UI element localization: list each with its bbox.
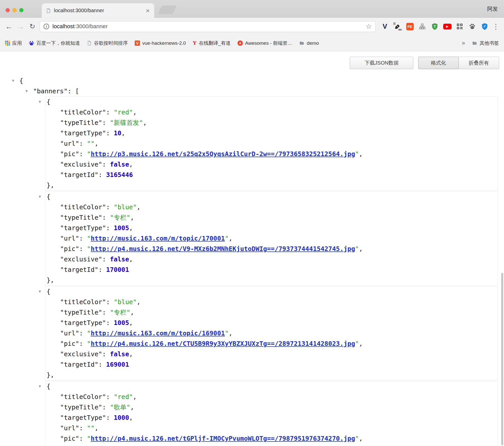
json-line: ▼{ — [0, 76, 504, 86]
json-token: 3165446 — [106, 171, 133, 179]
scrollbar-thumb[interactable] — [501, 273, 503, 445]
collapse-triangle-icon[interactable]: ▼ — [25, 86, 28, 96]
qrcode-extension-icon[interactable] — [455, 22, 464, 31]
tab-close-icon[interactable]: × — [145, 7, 150, 14]
json-url-link[interactable]: http://music.163.com/m/topic/169001 — [91, 330, 225, 337]
json-token: { — [47, 288, 50, 295]
json-line: "exclusive": false, — [45, 349, 498, 359]
bookmark-awesomes[interactable]: A Awesomes - 前端资… — [237, 40, 292, 47]
bookmark-vue-hackernews[interactable]: V vue-hackernews-2.0 — [135, 40, 186, 46]
security-extension-icon[interactable]: ✓ — [480, 22, 489, 31]
json-token: " — [355, 150, 359, 158]
bookmark-star-icon[interactable]: ☆ — [366, 23, 372, 30]
json-token: : — [79, 140, 87, 147]
trafficlight-extension-icon[interactable]: T — [430, 22, 439, 31]
json-token: " — [355, 245, 359, 252]
window-controls — [6, 8, 23, 12]
close-window-button[interactable] — [6, 8, 10, 12]
json-token: "targetType" — [60, 129, 106, 137]
address-bar[interactable]: i localhost:3000/banner ☆ — [40, 21, 376, 32]
json-line: "targetType": 1005, — [45, 223, 498, 233]
collapse-triangle-icon[interactable]: ▼ — [12, 76, 14, 86]
browser-menu-icon[interactable]: ⋮ — [491, 22, 501, 31]
browser-tab[interactable]: localhost:3000/banner × — [42, 3, 154, 18]
json-token: , — [137, 298, 141, 306]
json-line: "url": "http://music.163.com/m/topic/169… — [45, 328, 498, 338]
json-tree: ▼{▼"banners": [▼{"titleColor": "red","ty… — [0, 52, 504, 446]
json-line: "targetType": 10, — [45, 128, 498, 138]
paw-extension-icon[interactable] — [468, 22, 477, 31]
json-token: : — [106, 109, 114, 116]
new-tab-button[interactable] — [158, 6, 177, 14]
json-object-box: ▼{"titleColor": "blue","typeTitle": "专栏"… — [45, 286, 498, 380]
fe-extension-icon[interactable]: FE — [405, 22, 414, 31]
json-url-link[interactable]: http://p3.music.126.net/s25q2x5QyqsAzilC… — [91, 150, 355, 158]
json-line: "exclusive": false — [45, 444, 498, 446]
json-token: 169001 — [106, 361, 129, 368]
collapse-triangle-icon[interactable]: ▼ — [39, 286, 41, 297]
json-token: }, — [47, 371, 54, 379]
zoom-window-button[interactable] — [19, 8, 23, 12]
json-line: "typeTitle": "歌单", — [45, 402, 498, 412]
json-url-link[interactable]: http://p4.music.126.net/V9-MXz6b2MNhEKju… — [91, 245, 355, 252]
awesomes-a-icon: A — [237, 40, 243, 46]
json-token: , — [129, 224, 133, 232]
json-token: "targetType" — [60, 319, 106, 326]
json-token: "blue" — [114, 298, 137, 306]
json-token: : — [102, 404, 110, 411]
url-text[interactable]: localhost:3000/banner — [52, 23, 366, 30]
collapse-triangle-icon[interactable]: ▼ — [39, 191, 41, 202]
json-token: : — [79, 424, 87, 432]
translate-extension-icon[interactable]: 英 en — [393, 22, 402, 31]
json-token: , — [229, 330, 232, 337]
bookmarks-overflow-icon[interactable]: » — [462, 40, 465, 47]
youtube-extension-icon[interactable]: ▶ — [443, 22, 452, 31]
json-token: "red" — [114, 109, 133, 116]
bookmark-baidu[interactable]: 百度一下，你就知道 — [29, 40, 80, 47]
json-token: : — [102, 214, 110, 221]
back-button[interactable]: ← — [3, 23, 15, 30]
json-token: "targetType" — [60, 414, 106, 421]
bookmark-google-sort[interactable]: 谷歌按时间排序 — [87, 40, 128, 47]
json-token: "pic" — [60, 340, 79, 347]
page-info-icon[interactable]: i — [44, 24, 49, 29]
json-url-link[interactable]: http://p4.music.126.net/tGPljf-IMOCyPvum… — [91, 435, 355, 442]
json-token: 1005 — [114, 319, 129, 326]
json-line: ▼{ — [45, 191, 498, 202]
json-token: : — [79, 235, 87, 242]
json-token: 1005 — [114, 224, 129, 232]
json-token: " — [87, 150, 91, 158]
json-token: 170001 — [106, 266, 129, 273]
json-token: "url" — [60, 330, 79, 337]
json-token: { — [47, 193, 50, 200]
json-token: , — [129, 319, 133, 326]
profile-name[interactable]: 阿发 — [487, 5, 498, 12]
minimize-window-button[interactable] — [12, 8, 17, 12]
bookmark-apps[interactable]: 应用 — [5, 40, 22, 47]
json-url-link[interactable]: http://p4.music.126.net/CTU5B9R9y3XyYBZX… — [91, 340, 355, 347]
json-line: "typeTitle": "新碟首发", — [45, 117, 498, 128]
json-token: , — [129, 256, 133, 263]
check-icon: ✓ — [480, 22, 489, 31]
page-icon — [87, 41, 92, 46]
json-token: "titleColor" — [60, 393, 106, 400]
reload-button[interactable]: ↻ — [26, 23, 38, 30]
tab-title: localhost:3000/banner — [54, 8, 145, 13]
format-button[interactable]: 格式化 — [418, 57, 459, 69]
bookmark-youdao[interactable]: Y 在线翻译_有道 — [193, 40, 231, 47]
forward-button[interactable]: → — [15, 23, 26, 30]
json-token: " — [87, 435, 91, 442]
json-token: , — [359, 435, 363, 442]
json-line: "exclusive": false, — [45, 159, 498, 170]
other-bookmarks[interactable]: 其他书签 — [472, 40, 499, 47]
collapse-all-button[interactable]: 折叠所有 — [459, 57, 499, 69]
sitemap-extension-icon[interactable] — [418, 22, 427, 31]
json-line: "titleColor": "red", — [45, 107, 498, 117]
collapse-triangle-icon[interactable]: ▼ — [39, 97, 41, 107]
json-url-link[interactable]: http://music.163.com/m/topic/170001 — [91, 235, 225, 242]
bookmark-demo-folder[interactable]: demo — [299, 40, 319, 46]
page-content: 下载JSON数据 格式化 折叠所有 ▼{▼"banners": [▼{"titl… — [0, 52, 504, 446]
vimium-extension-icon[interactable]: V — [380, 22, 389, 31]
collapse-triangle-icon[interactable]: ▼ — [39, 381, 41, 392]
download-json-button[interactable]: 下载JSON数据 — [350, 57, 413, 69]
